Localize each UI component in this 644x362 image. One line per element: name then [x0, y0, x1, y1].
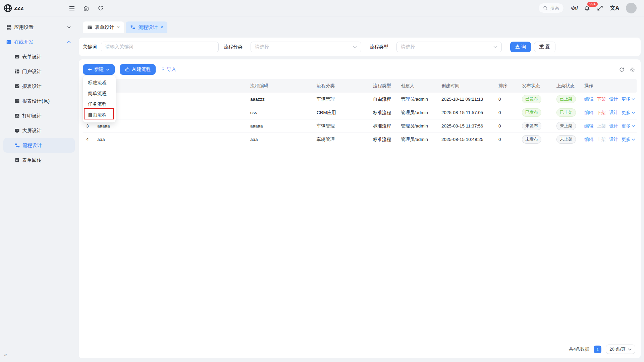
menu-item-standard-flow[interactable]: 标准流程 [83, 77, 116, 88]
home-icon[interactable] [83, 5, 89, 11]
sidebar-item-screen-design[interactable]: 大屏设计 [3, 123, 75, 138]
cell-code: aaa [250, 137, 317, 142]
table-row: 4 aaa aaa 车辆管理 标准流程 管理员/admin 2025-08-15… [83, 133, 637, 146]
sidebar-item-label: 打印设计 [22, 113, 42, 119]
global-search-input[interactable]: 搜索 [538, 3, 564, 13]
tab-label: 流程设计 [138, 24, 158, 31]
refresh-icon[interactable] [98, 5, 104, 11]
content-area: 表单设计 × 流程设计 × 关键词 请输入关键词 流程分类 请选择 流程类型 请… [78, 16, 644, 362]
flow-table: 流程编码 流程分类 流程类型 创建人 创建时间 排序 发布状态 上架状态 操作 … [83, 79, 637, 146]
import-button[interactable]: 导入 [161, 66, 176, 72]
terminal-icon [6, 39, 12, 45]
sidebar-item-form-callback[interactable]: 表单回传 [3, 153, 75, 167]
close-icon[interactable]: × [117, 25, 120, 30]
keyword-input[interactable]: 请输入关键词 [101, 42, 219, 52]
screen-design-icon [14, 128, 20, 133]
upload-icon [161, 67, 165, 72]
more-link[interactable]: 更多 [622, 110, 635, 116]
flow-design-icon [130, 24, 136, 30]
sidebar-item-label: 流程设计 [22, 142, 42, 149]
close-icon[interactable]: × [160, 25, 163, 30]
edit-link[interactable]: 编辑 [584, 123, 593, 129]
edit-link[interactable]: 编辑 [584, 110, 593, 116]
translate-icon[interactable]: 文A [610, 5, 619, 12]
edit-link[interactable]: 编辑 [584, 96, 593, 102]
more-link[interactable]: 更多 [622, 96, 635, 102]
robot-icon [125, 67, 130, 72]
sidebar-group-app-settings[interactable]: 应用设置 [3, 20, 75, 35]
design-link[interactable]: 设计 [609, 96, 618, 102]
table-row: 2 sss CRM应用 标准流程 管理员/admin 2025-08-15 11… [83, 106, 637, 119]
sidebar-item-report-design-orig[interactable]: 报表设计(原) [3, 94, 75, 108]
form-design-icon [87, 25, 92, 30]
tab-flow-design[interactable]: 流程设计 × [126, 21, 167, 33]
menu-item-free-flow[interactable]: 自由流程 [83, 110, 116, 120]
sidebar-item-portal-design[interactable]: 门户设计 [3, 64, 75, 79]
more-link[interactable]: 更多 [622, 123, 635, 129]
chevron-down-icon [106, 68, 110, 71]
app-settings-icon [6, 24, 12, 30]
category-select[interactable]: 请选择 [251, 42, 361, 52]
report-design-icon [14, 84, 20, 89]
col-shelf-status: 上架状态 [556, 83, 584, 89]
ai-build-flow-button[interactable]: AI建流程 [120, 64, 156, 75]
app-header: zzz 搜索 +/Ai 99+ 文A [0, 0, 644, 16]
new-button[interactable]: 新建 [83, 64, 115, 75]
sidebar-item-label: 报表设计(原) [22, 98, 50, 104]
unpublish-link[interactable]: 下架 [597, 110, 606, 116]
menu-item-simple-flow[interactable]: 简单流程 [83, 88, 116, 99]
more-label: 更多 [622, 110, 631, 116]
sidebar-group-online-dev[interactable]: 在线开发 [3, 35, 75, 49]
unpublish-link[interactable]: 下架 [597, 96, 606, 102]
report-design-icon [14, 98, 20, 104]
menu-collapse-icon[interactable] [69, 6, 75, 11]
shelf-status-badge: 已上架 [556, 108, 576, 117]
cell-code: aaazzz [250, 97, 317, 102]
sidebar-item-form-design[interactable]: 表单设计 [3, 49, 75, 64]
keyword-placeholder: 请输入关键词 [105, 44, 133, 50]
print-design-icon [14, 113, 20, 118]
select-placeholder: 请选择 [255, 44, 269, 50]
tab-form-design[interactable]: 表单设计 × [83, 21, 124, 33]
type-select[interactable]: 请选择 [396, 42, 502, 52]
sidebar-group-label: 应用设置 [14, 24, 34, 31]
column-settings-gear-icon[interactable] [630, 67, 635, 72]
shelf-status-badge: 未上架 [556, 135, 576, 144]
design-link[interactable]: 设计 [609, 137, 618, 143]
search-button[interactable]: 查 询 [510, 42, 531, 52]
sidebar-item-report-design[interactable]: 报表设计 [3, 79, 75, 94]
publish-status-badge: 未发布 [522, 122, 541, 130]
import-label: 导入 [167, 66, 176, 72]
notifications-bell-icon[interactable]: 99+ [584, 5, 590, 11]
page-number-button[interactable]: 1 [594, 346, 601, 353]
user-avatar[interactable] [626, 3, 637, 13]
chevron-down-icon [632, 111, 635, 114]
design-link[interactable]: 设计 [609, 123, 618, 129]
refresh-list-icon[interactable] [619, 67, 625, 72]
sidebar-item-label: 报表设计 [22, 83, 42, 90]
publish-status-badge: 未发布 [522, 135, 541, 144]
fullscreen-icon[interactable] [597, 5, 603, 11]
design-link[interactable]: 设计 [609, 110, 618, 116]
shelf-status-badge: 未上架 [556, 122, 576, 130]
pagination-bar: 共4条数据 1 20 条/页 [79, 345, 641, 358]
cell-type: 标准流程 [373, 137, 401, 143]
edit-link[interactable]: 编辑 [584, 137, 593, 143]
page-size-select[interactable]: 20 条/页 [606, 345, 635, 354]
sidebar-item-print-design[interactable]: 打印设计 [3, 108, 75, 123]
table-row: 3 aaaaa aaaaa 车辆管理 标准流程 管理员/admin 2025-0… [83, 119, 637, 133]
chevron-down-icon [632, 138, 635, 141]
notification-count-badge: 99+ [587, 1, 598, 7]
plus-icon [88, 67, 92, 71]
cell-creator: 管理员/admin [401, 110, 441, 116]
more-label: 更多 [622, 137, 631, 143]
more-link[interactable]: 更多 [622, 137, 635, 143]
flow-design-icon [14, 143, 20, 148]
menu-item-task-flow[interactable]: 任务流程 [83, 99, 116, 110]
sidebar-collapse-button[interactable]: « [4, 352, 7, 358]
sidebar-item-flow-design[interactable]: 流程设计 [3, 138, 75, 153]
ai-assistant-icon[interactable]: +/Ai [571, 5, 577, 11]
chevron-down-icon [632, 125, 635, 127]
reset-button[interactable]: 重 置 [534, 42, 555, 52]
chevron-up-icon [67, 41, 71, 43]
